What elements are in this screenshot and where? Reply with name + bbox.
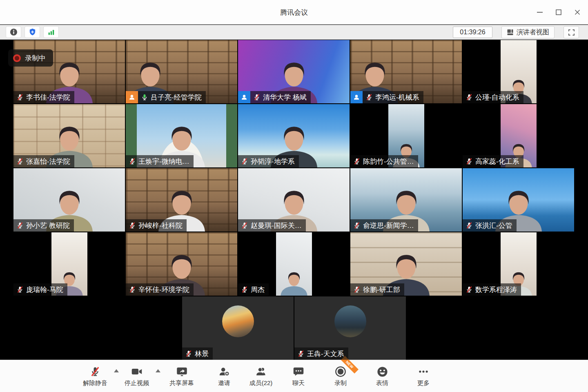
participant-name: 辛怀佳-环境学院: [138, 285, 189, 294]
participant-name: 孙峻梓-社科院: [138, 221, 183, 230]
name-bar: 周杰: [238, 283, 269, 296]
more-icon: [417, 365, 430, 378]
share-icon: [176, 365, 188, 378]
video-tile[interactable]: 俞逆思-新闻学…: [350, 168, 462, 232]
unmute-options-caret[interactable]: [114, 369, 119, 372]
toolbar-item-label: 邀请: [218, 379, 230, 387]
name-bar: 王焕宇-微纳电…: [126, 155, 194, 167]
mic-muted-icon: [16, 221, 24, 229]
mic-muted-icon: [253, 93, 261, 101]
mic-muted-icon: [465, 285, 473, 294]
video-tile[interactable]: 赵曼琪-国际关…: [238, 168, 350, 232]
video-tile[interactable]: 李鸿运-机械系: [350, 40, 462, 103]
video-tile[interactable]: 王犇-天文系: [294, 296, 406, 360]
recording-badge-label: 录制中: [25, 53, 46, 63]
video-tile[interactable]: 徐鹏-研工部: [350, 232, 462, 296]
mic-muted-icon: [128, 285, 136, 294]
name-bar: 林景: [182, 347, 213, 360]
toolbar-item-record[interactable]: NEW录制: [334, 365, 347, 387]
name-bar: 孙小艺 教研院: [13, 219, 74, 232]
video-tile[interactable]: 辛怀佳-环境学院: [126, 232, 237, 296]
video-tile[interactable]: 孙峻梓-社科院: [126, 168, 237, 232]
video-tile[interactable]: 周杰: [238, 232, 350, 296]
unmute-icon: [89, 365, 101, 378]
name-bar: 赵曼琪-国际关…: [238, 219, 306, 232]
invite-icon: [218, 365, 230, 378]
meeting-timer: 01:39:26: [453, 27, 492, 38]
security-button[interactable]: [24, 26, 40, 38]
minimize-button[interactable]: [533, 6, 546, 19]
name-bar: 张洪汇-公管: [463, 219, 517, 232]
video-tile[interactable]: 高家蕊-化工系: [463, 104, 574, 167]
mic-muted-icon: [353, 221, 361, 229]
participant-name: 俞逆思-新闻学…: [363, 221, 414, 230]
fullscreen-button[interactable]: [564, 26, 579, 38]
name-bar: 陈韵竹-公共管…: [350, 155, 418, 167]
maximize-button[interactable]: [552, 6, 565, 19]
bottom-toolbar: 离开会议 解除静音 停止视频 共享屏幕 邀请 成员(22) 聊天 NEW录制: [0, 360, 588, 392]
mic-muted-icon: [465, 157, 473, 165]
participant-name: 王犇-天文系: [307, 349, 344, 359]
toolbar-item-label: 共享屏幕: [169, 379, 194, 387]
toolbar-item-emoji[interactable]: 表情: [376, 365, 388, 387]
name-bar: 李鸿运-机械系: [350, 91, 423, 103]
recording-badge: 录制中: [8, 49, 53, 67]
video-tile[interactable]: 张洪汇-公管: [463, 168, 574, 232]
close-icon-button[interactable]: [571, 6, 584, 19]
participant-name: 庞瑞翰-马院: [26, 285, 63, 294]
toolbar-item-unmute[interactable]: 解除静音: [83, 365, 107, 387]
video-grid: 录制中 李书佳-法学院 吕子亮-经管学院 清华大学 杨斌: [0, 40, 588, 360]
toolbar-item-more[interactable]: 更多: [417, 365, 430, 387]
name-bar: 张嘉怡-法学院: [13, 155, 74, 167]
participant-name: 张洪汇-公管: [475, 221, 512, 230]
toolbar-item-members[interactable]: 成员(22): [249, 365, 273, 387]
avatar: [334, 305, 366, 337]
video-tile[interactable]: 林景: [182, 296, 294, 360]
participant-name: 清华大学 杨斌: [263, 93, 307, 102]
toolbar-item-label: 停止视频: [125, 379, 149, 387]
participant-name: 林景: [195, 349, 209, 359]
video-tile[interactable]: 王焕宇-微纳电…: [126, 104, 237, 167]
network-status-button[interactable]: [43, 26, 59, 38]
toolbar-item-label: 表情: [376, 379, 388, 387]
name-bar: 数学系程泽涛: [463, 283, 521, 296]
mic-muted-icon: [353, 157, 361, 165]
participant-name: 张嘉怡-法学院: [26, 157, 70, 166]
mic-active-icon: [140, 93, 149, 101]
video-tile[interactable]: 庞瑞翰-马院: [13, 232, 125, 296]
video-tile[interactable]: 陈韵竹-公共管…: [350, 104, 462, 167]
video-tile[interactable]: 吕子亮-经管学院: [126, 40, 237, 103]
mic-muted-icon: [297, 350, 305, 358]
mic-muted-icon: [16, 285, 24, 294]
toolbar-item-label: 聊天: [292, 379, 305, 387]
participant-name: 周杰: [251, 285, 265, 294]
video-tile[interactable]: 数学系程泽涛: [463, 232, 574, 296]
person-icon: [128, 94, 136, 101]
toolbar-item-share[interactable]: 共享屏幕: [169, 365, 194, 387]
person-icon: [241, 94, 248, 101]
portrait-video: [276, 232, 312, 296]
record-icon: NEW: [334, 365, 347, 378]
video-tile[interactable]: 孙韬淳-地学系: [238, 104, 350, 167]
toolbar-item-invite[interactable]: 邀请: [218, 365, 230, 387]
participant-name: 赵曼琪-国际关…: [251, 221, 302, 230]
close-icon: [574, 9, 581, 16]
participant-name: 李鸿运-机械系: [375, 93, 419, 102]
video-options-caret[interactable]: [156, 369, 160, 372]
participant-name: 高家蕊-化工系: [475, 157, 519, 166]
participant-name: 吕子亮-经管学院: [151, 93, 202, 102]
meeting-toolbar-right: 01:39:26 演讲者视图: [453, 26, 579, 38]
name-bar: 公瑾-自动化系: [463, 91, 523, 103]
video-tile[interactable]: 清华大学 杨斌: [238, 40, 350, 103]
video-tile[interactable]: 张嘉怡-法学院: [13, 104, 125, 167]
toolbar-item-stop-video[interactable]: 停止视频: [125, 365, 149, 387]
security-shield-icon: [29, 28, 36, 36]
speaker-view-button[interactable]: 演讲者视图: [501, 26, 555, 38]
name-bar: 孙韬淳-地学系: [238, 155, 299, 167]
role-badge: [126, 91, 138, 103]
name-bar: 庞瑞翰-马院: [13, 283, 67, 296]
video-tile[interactable]: 公瑾-自动化系: [463, 40, 574, 103]
meeting-info-button[interactable]: [6, 26, 21, 38]
toolbar-item-chat[interactable]: 聊天: [292, 365, 305, 387]
video-tile[interactable]: 孙小艺 教研院: [13, 168, 125, 232]
